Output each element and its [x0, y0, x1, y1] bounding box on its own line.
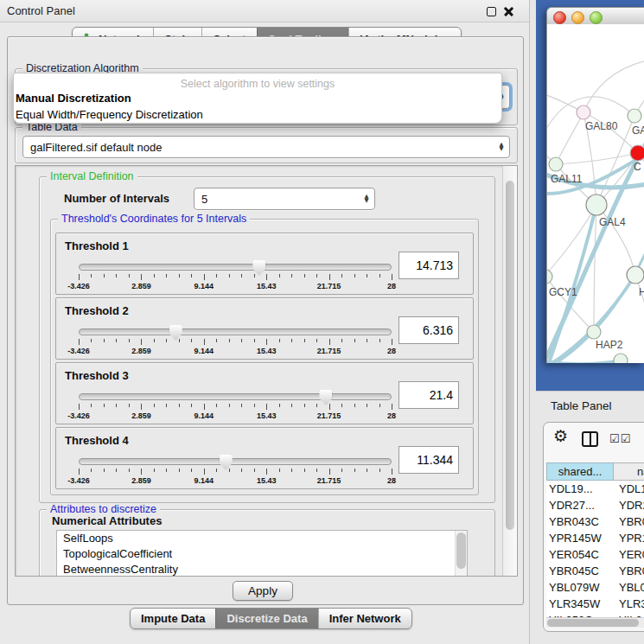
float-window-icon[interactable] [487, 7, 496, 16]
tab-discretize-data[interactable]: Discretize Data [215, 609, 317, 628]
threshold-slider[interactable]: -3.4262.8599.14415.4321.71528 [79, 389, 392, 422]
network-node[interactable] [627, 266, 644, 284]
network-edge[interactable] [549, 205, 596, 363]
slider-ticks [79, 274, 392, 281]
close-traffic-light-icon[interactable] [553, 11, 566, 24]
tab-label: Infer Network [329, 612, 401, 625]
table-row[interactable]: YER054CYER0 [546, 546, 644, 563]
threshold-panel: Threshold 1 -3.4262.8599.14415.4321.7152… [55, 233, 474, 295]
close-icon[interactable] [504, 7, 513, 16]
node-label: GA [632, 124, 644, 137]
table-cell[interactable]: YDR2 [615, 497, 644, 513]
threshold-slider[interactable]: -3.4262.8599.14415.4321.71528 [79, 324, 392, 357]
dropdown-item[interactable]: Manual Discretization [14, 90, 501, 106]
spinner-stepper-icon[interactable]: ▲▼ [359, 194, 374, 204]
table-horizontal-scrollbar[interactable] [546, 617, 644, 628]
network-edge[interactable] [556, 112, 583, 164]
minimize-traffic-light-icon[interactable] [571, 11, 584, 24]
tick-label: -3.426 [67, 476, 90, 485]
table-row[interactable]: YBL079WYBL0 [546, 579, 644, 596]
table-cell[interactable]: YBR0 [615, 513, 644, 530]
tick-label: 15.43 [257, 347, 277, 355]
threshold-value-field[interactable]: 6.316 [399, 316, 459, 344]
table-row[interactable]: YDR27...YDR2 [546, 497, 644, 513]
table-row[interactable]: YBR045CYBR0 [546, 563, 644, 579]
table-cell[interactable]: YBL0 [615, 579, 644, 596]
table-cell[interactable]: YDL1 [615, 481, 644, 497]
network-node[interactable] [547, 270, 552, 284]
threshold-label: Threshold 1 [65, 239, 129, 252]
network-node[interactable] [614, 354, 628, 363]
table-cell[interactable]: YBL079W [546, 579, 615, 596]
threshold-value-field[interactable]: 11.344 [399, 446, 459, 474]
table-cell[interactable]: YDL19... [546, 481, 615, 497]
split-columns-icon[interactable] [582, 431, 598, 447]
table-row[interactable]: YDL19...YDL1 [546, 481, 644, 497]
cyni-mode-tabbar: Impute DataDiscretize DataInfer Network [130, 608, 412, 629]
network-node[interactable] [587, 325, 601, 339]
table-row[interactable]: YLR345WYLR3 [546, 596, 644, 612]
slider-track[interactable] [79, 264, 392, 271]
threshold-value-field[interactable]: 14.713 [399, 252, 459, 279]
table-column-header[interactable]: shared... [546, 462, 614, 481]
network-edge[interactable] [635, 275, 644, 337]
dropdown-hint: Select algorithm to view settings [14, 73, 501, 90]
tab-impute-data[interactable]: Impute Data [131, 609, 215, 628]
numerical-attributes-list[interactable]: SelfLoopsTopologicalCoefficientBetweenne… [56, 530, 468, 577]
list-scrollbar-thumb[interactable] [456, 532, 466, 569]
network-node[interactable] [586, 194, 607, 215]
table-cell[interactable]: YLR345W [546, 596, 615, 612]
settings-scrollbar-thumb[interactable] [506, 181, 514, 530]
select-columns-checkbox-icons[interactable]: ☑☑ [609, 432, 631, 445]
attributes-group-title: Attributes to discretize [47, 503, 160, 515]
threshold-slider[interactable]: -3.4262.8599.14415.4321.71528 [79, 454, 392, 487]
number-of-intervals-spinner[interactable]: 5 ▲▼ [194, 188, 375, 210]
table-cell[interactable]: YBR045C [546, 563, 615, 579]
table-cell[interactable]: YDR27... [546, 497, 615, 513]
settings-vertical-scrollbar[interactable] [502, 166, 517, 576]
apply-button[interactable]: Apply [233, 581, 293, 601]
table-row[interactable]: YBR043CYBR0 [546, 513, 644, 530]
table-cell[interactable]: YPR1 [615, 530, 644, 546]
slider-track[interactable] [79, 393, 392, 400]
tick-label: 9.144 [194, 347, 214, 355]
tab-infer-network[interactable]: Infer Network [318, 609, 411, 628]
combo-stepper-icon[interactable]: ▲▼ [494, 143, 509, 152]
attribute-list-item[interactable]: TopologicalCoefficient [57, 546, 467, 562]
threshold-value-field[interactable]: 21.4 [399, 381, 459, 409]
table-row[interactable]: YPR145WYPR1 [546, 530, 644, 546]
network-edge[interactable] [583, 59, 644, 112]
network-graph: GAL80GACGAL11GAL4GCY1HHAP2 [547, 24, 644, 363]
table-cell[interactable]: YER0 [615, 546, 644, 563]
table-cell[interactable]: YLR3 [615, 596, 644, 612]
threshold-slider[interactable]: -3.4262.8599.14415.4321.71528 [79, 259, 392, 292]
slider-track[interactable] [79, 328, 392, 335]
network-node[interactable] [549, 157, 563, 171]
table-cell[interactable]: YBR0 [615, 563, 644, 579]
network-edge[interactable] [594, 205, 596, 332]
dropdown-item[interactable]: Equal Width/Frequency Discretization [14, 106, 501, 123]
network-node[interactable] [630, 145, 644, 161]
table-column-header[interactable]: na [614, 462, 644, 481]
table-data-combobox[interactable]: galFiltered.sif default node ▲▼ [22, 136, 510, 158]
network-node[interactable] [577, 105, 590, 119]
table-hscrollbar-thumb[interactable] [547, 619, 639, 627]
node-label: GCY1 [549, 286, 577, 298]
gear-icon[interactable]: ⚙ [553, 428, 568, 444]
attribute-list-item[interactable]: SelfLoops [57, 531, 467, 546]
thresholds-group-title: Threshold's Coordinates for 5 Intervals [58, 213, 250, 225]
table-cell[interactable]: YER054C [546, 546, 615, 563]
threshold-label: Threshold 2 [65, 304, 129, 317]
tick-label: 15.43 [257, 476, 277, 485]
network-node[interactable] [628, 109, 641, 123]
table-cell[interactable]: YPR145W [546, 530, 615, 546]
slider-tick-labels: -3.4262.8599.14415.4321.71528 [79, 411, 392, 421]
network-canvas[interactable]: GAL80GACGAL11GAL4GCY1HHAP2 [546, 24, 644, 363]
attribute-list-item[interactable]: BetweennessCentrality [57, 562, 467, 577]
slider-track[interactable] [79, 458, 392, 465]
zoom-traffic-light-icon[interactable] [590, 11, 603, 24]
control-panel-titlebar: Control Panel [0, 0, 529, 22]
table-cell[interactable]: YBR043C [546, 513, 615, 530]
table-header-row: shared...na [546, 462, 644, 481]
network-edge[interactable] [556, 153, 638, 164]
